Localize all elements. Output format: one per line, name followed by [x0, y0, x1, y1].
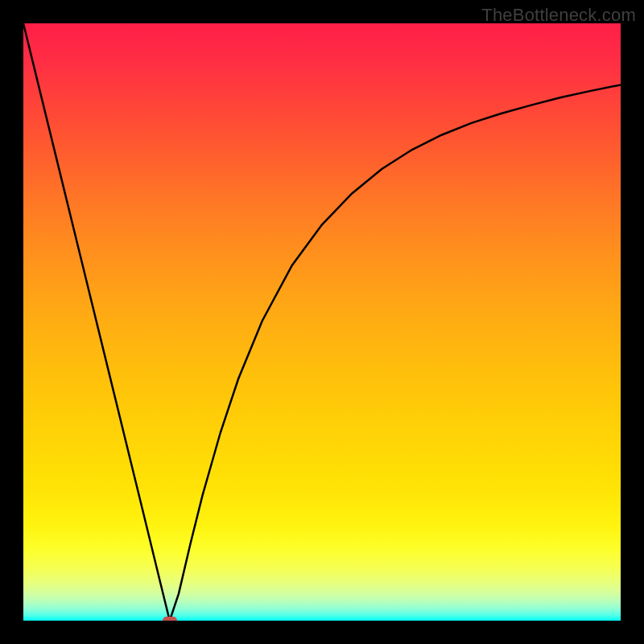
watermark-text: TheBottleneck.com [481, 5, 636, 26]
minimum-marker [163, 617, 177, 621]
bottleneck-curve [23, 23, 621, 621]
plot-area [23, 23, 621, 621]
chart-frame: TheBottleneck.com [0, 0, 644, 644]
